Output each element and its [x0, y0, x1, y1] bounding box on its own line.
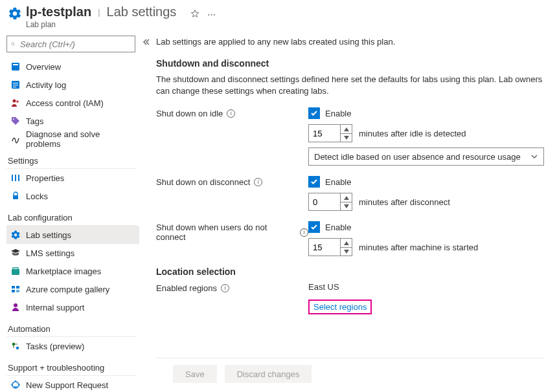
properties-icon — [10, 173, 21, 183]
sidebar-item-lms[interactable]: LMS settings — [6, 244, 139, 262]
spinner-down-icon[interactable] — [341, 202, 352, 211]
noconnect-enable-label: Enable — [325, 223, 351, 232]
select-regions-link[interactable]: Select regions — [308, 299, 372, 314]
svg-point-20 — [14, 303, 17, 307]
sidebar-item-label: Tags — [26, 116, 43, 126]
tasks-icon — [10, 341, 21, 351]
overview-icon — [10, 61, 21, 72]
sidebar-item-internal-support[interactable]: Internal support — [6, 298, 139, 316]
idle-enable-checkbox[interactable] — [308, 107, 320, 119]
sidebar-group-lab-config: Lab configuration — [6, 205, 137, 226]
info-icon[interactable]: i — [221, 284, 229, 292]
more-actions-icon[interactable]: ⋯ — [207, 10, 216, 19]
svg-point-10 — [13, 118, 14, 120]
discard-button[interactable]: Discard changes — [225, 365, 312, 383]
sidebar-item-tags[interactable]: Tags — [6, 112, 139, 130]
regions-label: Enabled regions i — [156, 282, 308, 293]
sidebar-item-label: Locks — [26, 191, 48, 201]
support-request-icon — [10, 380, 21, 390]
svg-line-1 — [14, 45, 15, 46]
spinner-down-icon[interactable] — [341, 248, 352, 256]
save-button[interactable]: Save — [173, 365, 217, 383]
gear-icon — [8, 6, 22, 21]
title-separator: | — [98, 7, 100, 17]
sidebar-item-marketplace[interactable]: Marketplace images — [6, 262, 139, 280]
sidebar-item-activity-log[interactable]: Activity log — [6, 76, 139, 94]
sidebar-item-label: Internal support — [26, 303, 84, 312]
disconnect-label: Shut down on disconnect i — [156, 176, 308, 187]
idle-minutes-spinner[interactable] — [308, 124, 352, 142]
search-icon — [11, 39, 15, 49]
activity-log-icon — [10, 80, 21, 90]
sidebar-item-label: Diagnose and solve problems — [26, 129, 135, 149]
spinner-up-icon[interactable] — [341, 239, 352, 248]
info-icon[interactable]: i — [300, 228, 308, 237]
disconnect-enable-checkbox[interactable] — [308, 176, 320, 188]
svg-point-9 — [16, 100, 19, 103]
main-content: Lab settings are applied to any new labs… — [152, 32, 557, 392]
sidebar-item-iam[interactable]: Access control (IAM) — [6, 94, 139, 112]
resource-name: lp-testplan — [26, 5, 91, 19]
spinner-down-icon[interactable] — [341, 134, 352, 142]
collapse-sidebar-button[interactable] — [139, 32, 152, 392]
disconnect-minutes-input[interactable] — [309, 193, 340, 210]
sidebar-item-compute-gallery[interactable]: Azure compute gallery — [6, 280, 139, 298]
idle-detect-value: Detect idle based on user absence and re… — [314, 152, 521, 162]
resource-type: Lab plan — [26, 20, 216, 29]
svg-point-8 — [13, 100, 16, 103]
tags-icon — [10, 116, 21, 126]
spinner-up-icon[interactable] — [341, 193, 352, 202]
noconnect-minutes-input[interactable] — [309, 239, 340, 256]
svg-rect-18 — [12, 290, 15, 292]
sidebar-search[interactable] — [6, 36, 135, 52]
info-icon[interactable]: i — [254, 178, 262, 186]
info-icon[interactable]: i — [227, 109, 235, 118]
enabled-regions-value: East US — [308, 282, 544, 292]
intro-text: Lab settings are applied to any new labs… — [156, 37, 544, 47]
sidebar-group-settings: Settings — [6, 148, 137, 169]
iam-icon — [10, 98, 21, 108]
spinner-up-icon[interactable] — [341, 125, 352, 134]
sidebar-group-automation: Automation — [6, 316, 137, 337]
svg-rect-3 — [13, 64, 18, 65]
svg-rect-14 — [13, 195, 18, 199]
noconnect-label: Shut down when users do not connect i — [156, 221, 308, 242]
sidebar-item-locks[interactable]: Locks — [6, 187, 139, 205]
lms-icon — [10, 248, 21, 258]
idle-label-text: Shut down on idle — [156, 109, 223, 118]
sidebar-item-tasks[interactable]: Tasks (preview) — [6, 337, 139, 355]
idle-label: Shut down on idle i — [156, 107, 308, 118]
svg-rect-13 — [18, 175, 19, 181]
sidebar-item-diagnose[interactable]: Diagnose and solve problems — [6, 130, 139, 148]
noconnect-minutes-spinner[interactable] — [308, 238, 352, 256]
page-title: Lab settings — [107, 5, 177, 19]
svg-point-22 — [16, 347, 19, 349]
svg-rect-6 — [13, 85, 18, 85]
svg-rect-15 — [12, 269, 19, 275]
svg-rect-16 — [12, 286, 15, 289]
svg-rect-19 — [16, 290, 19, 292]
sidebar-item-overview[interactable]: Overview — [6, 58, 139, 76]
noconnect-minutes-suffix: minutes after machine is started — [359, 243, 478, 252]
noconnect-label-text: Shut down when users do not connect — [156, 223, 296, 242]
sidebar-item-properties[interactable]: Properties — [6, 169, 139, 187]
disconnect-minutes-spinner[interactable] — [308, 193, 352, 211]
svg-rect-12 — [15, 175, 16, 181]
sidebar-item-label: Activity log — [26, 80, 66, 90]
lock-icon — [10, 191, 21, 201]
support-person-icon — [10, 302, 21, 312]
search-input[interactable] — [19, 39, 131, 50]
shutdown-section-desc: The shutdown and disconnect settings def… — [156, 74, 544, 97]
svg-rect-7 — [13, 87, 16, 87]
sidebar-item-new-support[interactable]: New Support Request — [6, 376, 139, 392]
disconnect-enable-label: Enable — [325, 177, 351, 187]
sidebar-item-label: Overview — [26, 62, 61, 72]
idle-detect-dropdown[interactable]: Detect idle based on user absence and re… — [308, 147, 544, 166]
noconnect-enable-checkbox[interactable] — [308, 221, 320, 233]
sidebar-item-lab-settings[interactable]: Lab settings — [6, 226, 139, 244]
svg-rect-5 — [13, 83, 18, 83]
svg-rect-11 — [12, 175, 13, 181]
sidebar-item-label: Marketplace images — [26, 267, 101, 276]
favorite-star-icon[interactable] — [190, 9, 199, 20]
idle-minutes-input[interactable] — [309, 125, 340, 142]
